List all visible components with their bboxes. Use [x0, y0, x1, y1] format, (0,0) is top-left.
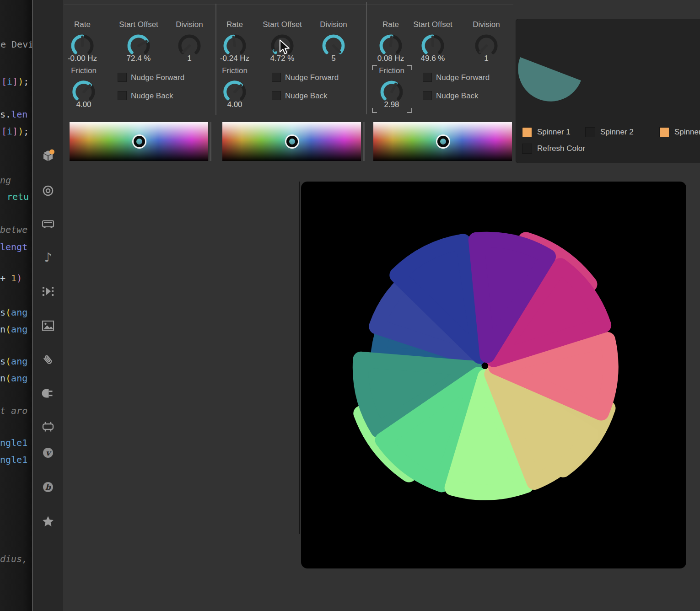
- code-fragment: e Devi: [0, 38, 32, 50]
- package-cube-icon[interactable]: [41, 149, 55, 163]
- code-editor-strip[interactable]: e Devi[i]);s.len[i]);ngretubetwelengt+ 1…: [0, 0, 32, 611]
- spinner-preview-wheel: [516, 19, 700, 163]
- code-fragment: betwe: [0, 224, 27, 236]
- friction-label: Friction: [47, 66, 120, 75]
- selection-corner: [407, 65, 412, 70]
- device-top-border: [64, 4, 513, 5]
- refresh-color-label: Refresh Color: [537, 144, 585, 154]
- code-fragment: ngle1: [0, 454, 27, 466]
- selection-corner: [372, 108, 377, 113]
- spinner-selector-panel: Spinner 1 Spinner 2 Spinner 3 Refresh Co…: [516, 19, 700, 163]
- max-object-icon[interactable]: [41, 420, 55, 434]
- star-icon[interactable]: [41, 515, 55, 528]
- code-fragment: ngle1: [0, 437, 27, 449]
- spinner-3-checkbox[interactable]: [659, 127, 669, 137]
- nudge-forward-label: Nudge Forward: [285, 73, 339, 82]
- code-fragment: t aro: [0, 405, 27, 417]
- nudge-forward-checkbox[interactable]: [272, 73, 281, 82]
- swatch-handle[interactable]: [134, 136, 145, 147]
- object-edge-line: [299, 182, 300, 534]
- target-circles-icon[interactable]: [41, 184, 55, 198]
- vizzie-icon[interactable]: v: [41, 446, 55, 460]
- friction-label: Friction: [198, 66, 271, 75]
- svg-text:b: b: [45, 482, 51, 492]
- code-fragment: n(ang: [0, 323, 27, 335]
- division-label: Division: [450, 20, 523, 29]
- friction-value: 2.98: [355, 100, 428, 109]
- svg-text:♪: ♪: [44, 251, 52, 264]
- nudge-back-label: Nudge Back: [131, 91, 173, 101]
- plug-icon[interactable]: [41, 386, 55, 400]
- spinner-2-label: Spinner 2: [600, 127, 634, 137]
- color-swatch[interactable]: [70, 122, 208, 161]
- color-swatch[interactable]: [373, 122, 512, 161]
- spinner-1-label: Spinner 1: [537, 127, 571, 137]
- refresh-color-checkbox[interactable]: [522, 144, 532, 154]
- nudge-forward-label: Nudge Forward: [436, 73, 490, 82]
- division-value: 1: [450, 54, 523, 63]
- code-fragment: dius,: [0, 553, 27, 565]
- video-clip-icon[interactable]: [41, 284, 55, 298]
- color-pinwheel: [301, 182, 686, 568]
- mouse-cursor: [279, 39, 291, 55]
- spinner-2-checkbox[interactable]: [585, 127, 595, 137]
- nudge-back-checkbox[interactable]: [423, 91, 432, 100]
- image-icon[interactable]: [41, 319, 55, 332]
- nudge-forward-checkbox[interactable]: [118, 73, 127, 82]
- selection-corner: [372, 65, 377, 70]
- nudge-back-label: Nudge Back: [285, 91, 328, 101]
- selection-corner: [407, 108, 412, 113]
- paperclip-icon[interactable]: [41, 353, 55, 367]
- swatch-handle[interactable]: [286, 136, 298, 147]
- spinner-3-label: Spinner 3: [674, 127, 700, 137]
- render-canvas[interactable]: [301, 182, 686, 568]
- music-note-icon[interactable]: ♪: [41, 251, 55, 264]
- nudge-back-label: Nudge Back: [436, 91, 479, 101]
- friction-value: 4.00: [198, 100, 271, 109]
- left-toolbar: ♪ v b: [32, 0, 63, 611]
- code-fragment: [i]);: [1, 125, 29, 137]
- code-fragment: retu: [7, 191, 29, 203]
- code-fragment: ng: [0, 174, 11, 186]
- nudge-back-checkbox[interactable]: [118, 91, 127, 100]
- nudge-forward-checkbox[interactable]: [423, 73, 432, 82]
- teal-half-disc: [518, 57, 581, 102]
- max-patcher-window: e Devi[i]);s.len[i]);ngretubetwelengt+ 1…: [0, 0, 700, 611]
- code-fragment: [i]);: [1, 75, 29, 87]
- swatch-divider: [210, 122, 211, 161]
- code-fragment: lengt: [0, 241, 27, 253]
- nudge-forward-label: Nudge Forward: [131, 73, 184, 82]
- beap-icon[interactable]: b: [41, 480, 55, 494]
- code-fragment: s(ang: [0, 306, 27, 318]
- amp-device-icon[interactable]: [41, 217, 55, 231]
- friction-value: 4.00: [47, 100, 120, 109]
- friction-label: Friction: [355, 66, 428, 75]
- spinner-1-checkbox[interactable]: [522, 127, 532, 137]
- color-swatch[interactable]: [222, 122, 361, 161]
- code-fragment: n(ang: [0, 372, 27, 384]
- code-fragment: s(ang: [0, 355, 27, 367]
- swatch-divider: [363, 122, 365, 161]
- nudge-back-checkbox[interactable]: [272, 91, 281, 100]
- code-fragment: + 1): [0, 272, 22, 284]
- code-fragment: s.len: [0, 108, 27, 120]
- swatch-handle[interactable]: [437, 136, 449, 147]
